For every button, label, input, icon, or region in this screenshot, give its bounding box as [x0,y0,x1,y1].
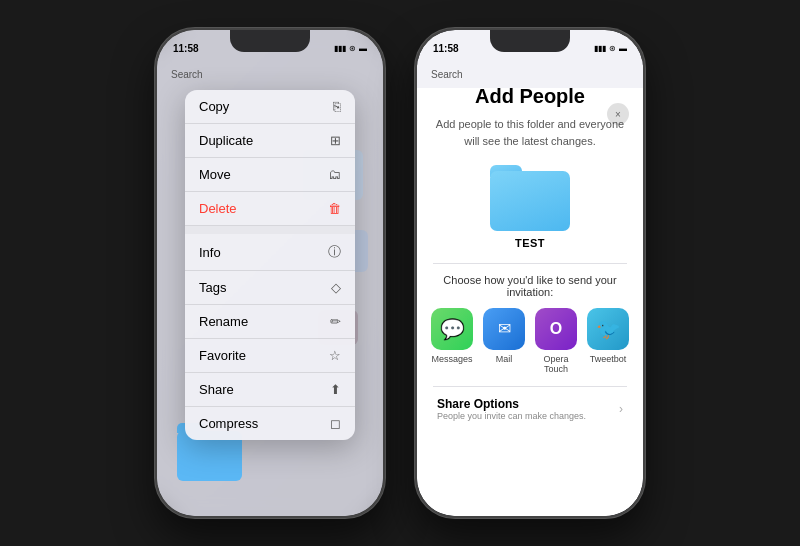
opera-label: Opera Touch [535,354,577,374]
mail-glyph: ✉ [498,319,511,338]
menu-item-duplicate[interactable]: Duplicate ⊞ [185,124,355,158]
mail-icon: ✉ [483,308,525,350]
nav-bar-1: Search [157,60,383,88]
info-icon: ⓘ [328,243,341,261]
mail-label: Mail [496,354,513,364]
signal-icon: ▮▮▮ [334,44,346,53]
signal-icon-2: ▮▮▮ [594,44,606,53]
opera-glyph: O [550,320,562,338]
menu-rename-label: Rename [199,314,248,329]
menu-item-delete[interactable]: Delete 🗑 [185,192,355,226]
messages-label: Messages [431,354,472,364]
menu-item-favorite[interactable]: Favorite ☆ [185,339,355,373]
wifi-icon: ⊛ [349,44,356,53]
tweetbot-label: Tweetbot [590,354,627,364]
folder-label: TEST [515,237,545,249]
menu-share-label: Share [199,382,234,397]
app-messages[interactable]: 💬 Messages [431,308,473,374]
notch-2 [490,30,570,52]
copy-icon: ⎘ [333,99,341,114]
menu-favorite-label: Favorite [199,348,246,363]
menu-item-compress[interactable]: Compress ◻ [185,407,355,440]
status-time-2: 11:58 [433,43,459,54]
messages-icon: 💬 [431,308,473,350]
wifi-icon-2: ⊛ [609,44,616,53]
status-icons-2: ▮▮▮ ⊛ ▬ [594,44,627,53]
share-options-text: Share Options People you invite can make… [437,397,586,421]
close-button[interactable]: × [607,103,629,125]
nav-search-label-1: Search [171,69,203,80]
tags-icon: ◇ [331,280,341,295]
menu-delete-label: Delete [199,201,237,216]
menu-info-label: Info [199,245,221,260]
menu-item-move[interactable]: Move 🗂 [185,158,355,192]
menu-move-label: Move [199,167,231,182]
app-opera[interactable]: O Opera Touch [535,308,577,374]
share-apps-row: 💬 Messages ✉ Mail O Opera Touch [433,308,627,374]
close-icon: × [615,109,621,120]
share-options-desc: People you invite can make changes. [437,411,586,421]
menu-duplicate-label: Duplicate [199,133,253,148]
folder-icon-wrapper: TEST [433,165,627,249]
app-mail[interactable]: ✉ Mail [483,308,525,374]
phone-1: 11:58 ▮▮▮ ⊛ ▬ Search Copy ⎘ Duplicate ⊞ … [155,28,385,518]
menu-separator-1 [185,226,355,234]
tweetbot-glyph: 🐦 [596,317,621,341]
phone-2: 11:58 ▮▮▮ ⊛ ▬ Search × Add People Add pe… [415,28,645,518]
menu-item-tags[interactable]: Tags ◇ [185,271,355,305]
menu-item-rename[interactable]: Rename ✏ [185,305,355,339]
move-icon: 🗂 [328,167,341,182]
notch [230,30,310,52]
modal-title: Add People [433,85,627,108]
status-time-1: 11:58 [173,43,199,54]
share-icon: ⬆ [330,382,341,397]
app-tweetbot[interactable]: 🐦 Tweetbot [587,308,629,374]
trash-icon: 🗑 [328,201,341,216]
menu-item-share[interactable]: Share ⬆ [185,373,355,407]
divider-1 [433,263,627,264]
screen-1: 11:58 ▮▮▮ ⊛ ▬ Search Copy ⎘ Duplicate ⊞ … [157,30,383,516]
add-people-modal: × Add People Add people to this folder a… [417,65,643,516]
messages-glyph: 💬 [440,317,465,341]
menu-item-info[interactable]: Info ⓘ [185,234,355,271]
battery-icon-2: ▬ [619,44,627,53]
tweetbot-icon: 🐦 [587,308,629,350]
duplicate-icon: ⊞ [330,133,341,148]
status-icons-1: ▮▮▮ ⊛ ▬ [334,44,367,53]
chevron-right-icon: › [619,402,623,416]
battery-icon: ▬ [359,44,367,53]
menu-item-copy[interactable]: Copy ⎘ [185,90,355,124]
star-icon: ☆ [329,348,341,363]
rename-icon: ✏ [330,314,341,329]
nav-bar-2: Search [417,60,643,88]
nav-search-label-2: Search [431,69,463,80]
menu-copy-label: Copy [199,99,229,114]
folder-icon [490,165,570,231]
opera-icon: O [535,308,577,350]
share-options-title: Share Options [437,397,586,411]
context-menu: Copy ⎘ Duplicate ⊞ Move 🗂 Delete 🗑 Info … [185,90,355,440]
menu-tags-label: Tags [199,280,226,295]
compress-icon: ◻ [330,416,341,431]
modal-description: Add people to this folder and everyone w… [433,116,627,149]
screen-2: 11:58 ▮▮▮ ⊛ ▬ Search × Add People Add pe… [417,30,643,516]
share-options-row[interactable]: Share Options People you invite can make… [433,386,627,431]
invitation-label: Choose how you'd like to send your invit… [433,274,627,298]
folder-body [490,171,570,231]
menu-compress-label: Compress [199,416,258,431]
